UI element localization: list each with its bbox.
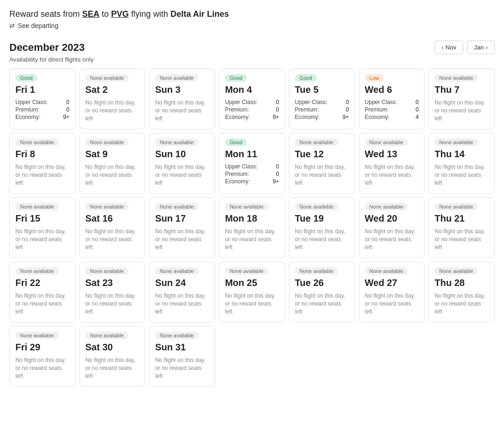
availability-badge: None available	[155, 74, 198, 82]
no-flight-text: No flight on this day, or no reward seat…	[365, 163, 419, 187]
day-number: Tue 5	[295, 84, 349, 95]
day-card-wed-20[interactable]: None available Wed 20 No flight on this …	[359, 197, 425, 258]
day-number: Fri 8	[15, 149, 70, 160]
day-card-tue-26[interactable]: None available Tue 26 No flight on this …	[289, 262, 355, 322]
no-flight-text: No flight on this day, or no reward seat…	[15, 292, 70, 315]
availability-badge: None available	[15, 139, 59, 146]
economy-row: Economy: 9+	[15, 114, 70, 120]
chevron-right-icon: ›	[486, 44, 488, 51]
calendar-section: December 2023 ‹ Nov Jan › Availability f…	[9, 41, 495, 387]
day-card-mon-18[interactable]: None available Mon 18 No flight on this …	[219, 197, 285, 258]
premium-label: Premium:	[365, 106, 389, 113]
availability-badge: None available	[155, 203, 198, 210]
day-number: Sun 17	[155, 213, 209, 224]
premium-value: 0	[276, 171, 279, 177]
no-flight-text: No flight on this day, or no reward seat…	[85, 99, 140, 122]
day-card-thu-7[interactable]: None available Thu 7 No flight on this d…	[428, 69, 495, 129]
premium-row: Premium: 0	[15, 106, 70, 113]
day-number: Tue 12	[295, 149, 349, 160]
day-number: Wed 20	[365, 213, 419, 224]
day-card-fri-22[interactable]: None available Fri 22 No flight on this …	[9, 262, 76, 322]
premium-row: Premium: 0	[365, 106, 419, 113]
day-card-sun-10[interactable]: None available Sun 10 No flight on this …	[149, 133, 215, 194]
day-card-thu-21[interactable]: None available Thu 21 No flight on this …	[428, 197, 495, 258]
calendar-title: December 2023	[9, 42, 84, 54]
nav-buttons: ‹ Nov Jan ›	[434, 41, 495, 54]
calendar-header: December 2023 ‹ Nov Jan ›	[9, 41, 495, 54]
availability-badge: Good	[225, 74, 247, 82]
no-flight-text: No flight on this day, or no reward seat…	[85, 356, 140, 380]
day-card-mon-11[interactable]: Good Mon 11 Upper Class: 0 Premium: 0 Ec…	[219, 133, 285, 194]
no-flight-text: No flight on this day, or no reward seat…	[434, 292, 489, 315]
day-card-fri-29[interactable]: None available Fri 29 No flight on this …	[9, 326, 76, 387]
availability-badge: None available	[155, 267, 198, 275]
availability-badge: None available	[434, 139, 478, 146]
no-flight-text: No flight on this day, or no reward seat…	[295, 292, 349, 315]
day-card-sat-23[interactable]: None available Sat 23 No flight on this …	[79, 262, 146, 322]
availability-badge: None available	[295, 203, 338, 210]
premium-row: Premium: 0	[225, 106, 279, 113]
day-card-fri-1[interactable]: Good Fri 1 Upper Class: 0 Premium: 0 Eco…	[9, 69, 76, 129]
upper-class-row: Upper Class: 0	[225, 99, 279, 105]
day-card-wed-13[interactable]: None available Wed 13 No flight on this …	[359, 133, 425, 194]
economy-label: Economy:	[365, 114, 390, 120]
upper-class-value: 0	[66, 99, 70, 105]
see-departing-link[interactable]: ⇄ See departing	[9, 22, 495, 29]
day-number: Mon 18	[225, 213, 279, 224]
day-number: Thu 21	[434, 213, 489, 224]
day-card-sat-9[interactable]: None available Sat 9 No flight on this d…	[79, 133, 146, 194]
no-flight-text: No flight on this day, or no reward seat…	[365, 228, 419, 251]
premium-value: 0	[66, 106, 70, 113]
premium-row: Premium: 0	[295, 106, 349, 113]
upper-class-value: 0	[416, 99, 419, 105]
day-card-sun-31[interactable]: None available Sun 31 No flight on this …	[149, 326, 215, 387]
day-number: Fri 22	[15, 278, 70, 288]
upper-class-label: Upper Class:	[295, 99, 327, 105]
availability-badge: None available	[295, 267, 338, 275]
day-number: Fri 1	[15, 84, 70, 95]
day-card-sat-16[interactable]: None available Sat 16 No flight on this …	[79, 197, 146, 258]
no-flight-text: No flight on this day, or no reward seat…	[155, 356, 209, 380]
day-card-tue-12[interactable]: None available Tue 12 No flight on this …	[289, 133, 355, 194]
no-flight-text: No flight on this day, or no reward seat…	[225, 292, 279, 315]
premium-value: 0	[416, 106, 419, 113]
day-card-wed-27[interactable]: None available Wed 27 No flight on this …	[359, 262, 425, 322]
no-flight-text: No flight on this day, or no reward seat…	[15, 163, 70, 187]
availability-badge: None available	[15, 332, 59, 339]
availability-badge: Good	[15, 74, 37, 82]
day-card-mon-25[interactable]: None available Mon 25 No flight on this …	[219, 262, 285, 322]
no-flight-text: No flight on this day, or no reward seat…	[85, 292, 140, 315]
prev-month-button[interactable]: ‹ Nov	[434, 41, 463, 54]
calendar-subtitle: Availability for direct flights only	[9, 56, 495, 63]
day-card-thu-28[interactable]: None available Thu 28 No flight on this …	[428, 262, 495, 322]
availability-badge: None available	[85, 332, 129, 339]
economy-value: 4	[416, 114, 419, 120]
day-card-wed-6[interactable]: Low Wed 6 Upper Class: 0 Premium: 0 Econ…	[359, 69, 425, 129]
day-number: Mon 25	[225, 278, 279, 288]
day-card-thu-14[interactable]: None available Thu 14 No flight on this …	[428, 133, 495, 194]
page-header: Reward seats from SEA to PVG flying with…	[9, 9, 495, 29]
day-card-tue-19[interactable]: None available Tue 19 No flight on this …	[289, 197, 355, 258]
availability-badge: None available	[85, 139, 129, 146]
day-card-mon-4[interactable]: Good Mon 4 Upper Class: 0 Premium: 0 Eco…	[219, 69, 285, 129]
day-card-sat-30[interactable]: None available Sat 30 No flight on this …	[79, 326, 146, 387]
day-card-tue-5[interactable]: Good Tue 5 Upper Class: 0 Premium: 0 Eco…	[289, 69, 355, 129]
availability-badge: None available	[225, 267, 268, 275]
availability-badge: None available	[85, 203, 129, 210]
upper-class-label: Upper Class:	[15, 99, 48, 105]
economy-label: Economy:	[225, 114, 250, 120]
next-month-button[interactable]: Jan ›	[467, 41, 495, 54]
day-number: Thu 28	[434, 278, 489, 288]
premium-label: Premium:	[225, 171, 249, 177]
economy-row: Economy: 9+	[225, 178, 279, 185]
day-card-sun-3[interactable]: None available Sun 3 No flight on this d…	[149, 69, 215, 129]
availability-badge: Good	[295, 74, 317, 82]
availability-badge: None available	[15, 203, 59, 210]
day-card-fri-15[interactable]: None available Fri 15 No flight on this …	[9, 197, 76, 258]
upper-class-row: Upper Class: 0	[365, 99, 419, 105]
day-card-sun-24[interactable]: None available Sun 24 No flight on this …	[149, 262, 215, 322]
premium-value: 0	[346, 106, 349, 113]
day-card-fri-8[interactable]: None available Fri 8 No flight on this d…	[9, 133, 76, 194]
day-card-sun-17[interactable]: None available Sun 17 No flight on this …	[149, 197, 215, 258]
day-card-sat-2[interactable]: None available Sat 2 No flight on this d…	[79, 69, 146, 129]
